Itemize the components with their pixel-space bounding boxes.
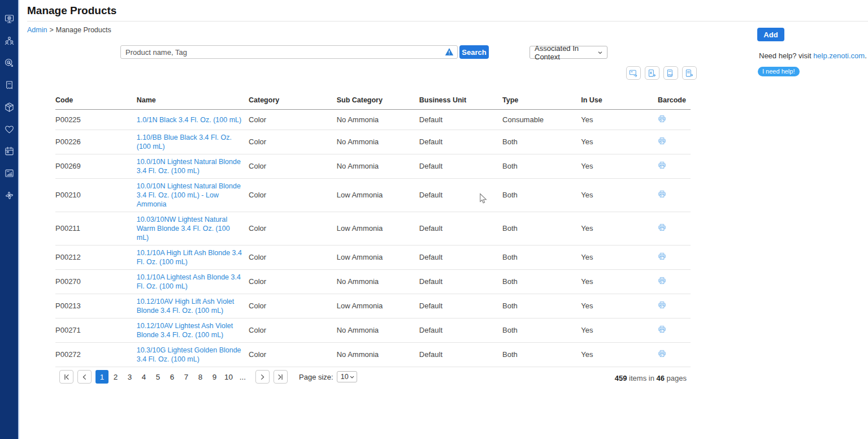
export-toolbar: PDF [626, 66, 697, 80]
first-page-button[interactable] [59, 370, 73, 384]
table-row: P00226 1.10/BB Blue Black 3.4 Fl. Oz. (1… [55, 130, 691, 154]
cell-business-unit: Default [419, 154, 502, 179]
cell-barcode [658, 343, 691, 367]
cell-business-unit: Default [419, 212, 502, 246]
page-size-label: Page size: [299, 373, 333, 381]
page-number-7[interactable]: 7 [179, 370, 193, 384]
page-number-2[interactable]: 2 [108, 370, 123, 384]
sidebar-item-appointments[interactable] [3, 145, 15, 157]
cell-type: Both [502, 319, 581, 343]
page-size-value: 10 [341, 373, 349, 381]
help-link[interactable]: help.zenoti.com [813, 51, 865, 60]
inventory-icon [3, 101, 15, 113]
cell-code: P00272 [55, 343, 137, 367]
print-barcode-button[interactable] [658, 301, 666, 309]
print-barcode-button[interactable] [658, 190, 666, 198]
search-input[interactable] [120, 45, 458, 59]
cell-type: Both [502, 343, 581, 367]
sidebar-item-admin[interactable] [3, 12, 15, 25]
breadcrumb: Admin>Manage Products [27, 26, 111, 34]
cell-code: P00271 [55, 319, 137, 343]
print-barcode-button[interactable] [658, 277, 666, 285]
page-ellipsis[interactable]: ... [236, 373, 250, 381]
product-link[interactable]: 10.1/10A High Lift Ash Blonde 3.4 Fl. Oz… [137, 249, 242, 266]
sidebar-item-employees[interactable] [3, 35, 15, 47]
cell-sub-category: Low Ammonia [337, 294, 419, 319]
print-barcode-button[interactable] [658, 137, 666, 145]
sidebar-item-loyalty[interactable] [3, 123, 15, 135]
associated-filter-value: Associated In Context [535, 44, 598, 61]
print-barcode-button[interactable] [658, 325, 666, 333]
help-text-prefix: Need help? visit [759, 51, 813, 60]
previous-page-button[interactable] [77, 370, 92, 384]
items-summary: 459 items in 46 pages [615, 374, 687, 382]
sidebar-item-reports[interactable] [3, 167, 15, 179]
product-link[interactable]: 1.10/BB Blue Black 3.4 Fl. Oz. (100 mL) [137, 134, 232, 150]
printer-icon [658, 301, 666, 309]
page-number-3[interactable]: 3 [123, 370, 137, 384]
breadcrumb-admin-link[interactable]: Admin [27, 26, 47, 34]
col-header-code: Code [55, 94, 137, 110]
export-excel-button[interactable] [645, 66, 659, 80]
title-divider [27, 21, 868, 21]
page-number-5[interactable]: 5 [151, 370, 165, 384]
i-need-help-button[interactable]: I need help! [758, 67, 800, 76]
product-link[interactable]: 10.0/10N Lightest Natural Blonde 3.4 Fl.… [137, 182, 241, 208]
cell-sub-category: No Ammonia [337, 154, 419, 179]
print-barcode-button[interactable] [658, 115, 666, 123]
cell-code: P00269 [55, 154, 137, 179]
print-barcode-button[interactable] [658, 223, 666, 231]
page-number-9[interactable]: 9 [207, 370, 222, 384]
cell-name: 10.3/10G Lightest Golden Blonde 3.4 Fl. … [137, 343, 249, 367]
sidebar-item-inventory[interactable] [3, 101, 15, 113]
page-number-6[interactable]: 6 [165, 370, 179, 384]
breadcrumb-separator: > [49, 26, 53, 34]
sidebar-item-billing[interactable] [3, 79, 15, 91]
sidebar-item-marketing[interactable] [3, 57, 15, 69]
print-barcode-button[interactable] [658, 252, 666, 260]
export-pdf-button[interactable]: PDF [663, 66, 678, 80]
page-number-1[interactable]: 1 [96, 370, 108, 384]
product-link[interactable]: 10.03/10NW Lightest Natural Warm Blonde … [137, 216, 230, 242]
cell-sub-category: No Ammonia [337, 319, 419, 343]
page-size-select[interactable]: 10 [337, 371, 357, 382]
add-button[interactable]: Add [757, 28, 784, 41]
pagination: 12345678910... Page size: 10 [59, 370, 357, 384]
print-barcode-button[interactable] [658, 161, 666, 169]
product-link[interactable]: 10.12/10AV High Lift Ash Violet Blonde 3… [137, 298, 235, 315]
table-row: P00210 10.0/10N Lightest Natural Blonde … [55, 179, 691, 212]
product-link[interactable]: 10.12/10AV Lightest Ash Violet Blonde 3.… [137, 322, 233, 339]
printer-icon [658, 161, 666, 169]
product-link[interactable]: 10.0/10N Lightest Natural Blonde 3.4 Fl.… [137, 158, 241, 175]
last-page-button[interactable] [274, 370, 288, 384]
product-link[interactable]: 1.0/1N Black 3.4 Fl. Oz. (100 mL) [137, 116, 242, 124]
page-number-10[interactable]: 10 [222, 370, 236, 384]
cell-sub-category: No Ammonia [337, 270, 419, 294]
cell-category: Color [249, 179, 337, 212]
printer-icon [658, 350, 666, 358]
cell-name: 10.12/10AV Lightest Ash Violet Blonde 3.… [137, 319, 249, 343]
product-link[interactable]: 10.1/10A Lightest Ash Blonde 3.4 Fl. Oz.… [137, 273, 241, 290]
chevron-down-icon [350, 376, 354, 378]
export-slide-button[interactable] [626, 66, 641, 80]
page-number-8[interactable]: 8 [193, 370, 207, 384]
cell-category: Color [249, 270, 337, 294]
employees-icon [3, 35, 15, 47]
next-page-button[interactable] [255, 370, 270, 384]
sidebar-item-spa[interactable] [3, 189, 15, 201]
search-button[interactable]: Search [459, 45, 489, 59]
page-number-4[interactable]: 4 [137, 370, 151, 384]
cell-category: Color [249, 154, 337, 179]
cell-code: P00225 [55, 110, 137, 130]
product-link[interactable]: 10.3/10G Lightest Golden Blonde 3.4 Fl. … [137, 346, 241, 363]
export-csv-button[interactable] [682, 66, 697, 80]
print-barcode-button[interactable] [658, 350, 666, 358]
associated-filter-select[interactable]: Associated In Context [530, 46, 607, 59]
cell-in-use: Yes [581, 319, 658, 343]
svg-text:PDF: PDF [668, 73, 673, 76]
printer-icon [658, 223, 666, 231]
cell-category: Color [249, 212, 337, 246]
cell-code: P00212 [55, 246, 137, 270]
col-header-name: Name [137, 94, 249, 110]
cell-type: Both [502, 270, 581, 294]
